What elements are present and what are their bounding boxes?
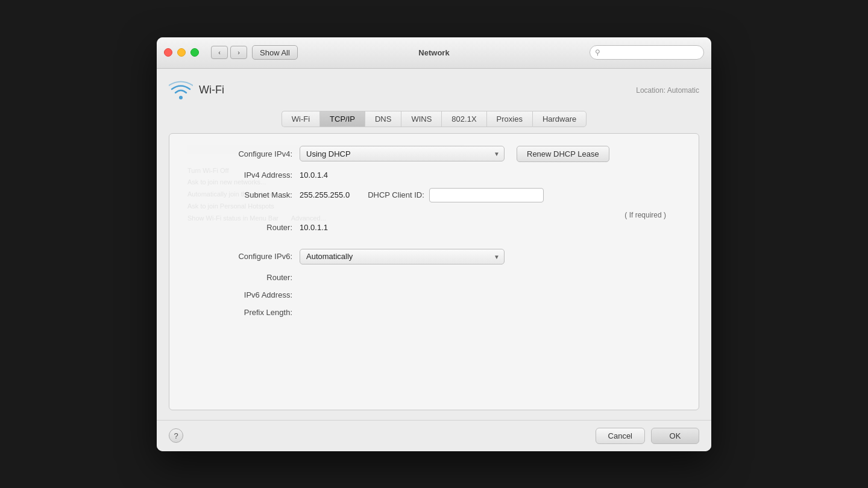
show-all-button[interactable]: Show All [252, 45, 298, 60]
wifi-icon [169, 78, 193, 102]
tab-wins[interactable]: WINS [401, 111, 441, 127]
dhcp-client-id-input[interactable] [429, 188, 544, 202]
location-label: Location: Automatic [636, 86, 699, 95]
wifi-name: Wi-Fi [199, 84, 224, 96]
network-window: ‹ › Show All Network ⚲ Wi-Fi Location: A… [157, 37, 711, 451]
close-button[interactable] [164, 48, 172, 57]
form-section: Configure IPv4: Using DHCP Manually Usin… [184, 146, 684, 317]
configure-ipv4-select[interactable]: Using DHCP Manually Using BOOTP Off Usin… [300, 146, 505, 161]
dhcp-client-id-label: DHCP Client ID: [368, 190, 424, 199]
ipv6-address-row: IPv6 Address: [184, 290, 684, 299]
prefix-length-row: Prefix Length: [184, 308, 684, 317]
ok-button[interactable]: OK [651, 428, 699, 444]
tab-tcpip[interactable]: TCP/IP [319, 111, 365, 127]
svg-point-0 [179, 96, 183, 99]
configure-ipv6-row: Configure IPv6: Automatically Off Manual… [184, 249, 684, 264]
if-required-row: ( If required ) [184, 211, 684, 219]
tab-8021x[interactable]: 802.1X [441, 111, 486, 127]
window-title: Network [418, 48, 449, 57]
search-box[interactable]: ⚲ [590, 45, 704, 60]
configure-ipv6-select-wrapper[interactable]: Automatically Off Manually Link-local on… [300, 249, 505, 264]
if-required-hint: ( If required ) [624, 211, 666, 219]
nav-buttons: ‹ › [211, 46, 247, 59]
router6-row: Router: [184, 273, 684, 282]
configure-ipv4-label: Configure IPv4: [184, 149, 292, 158]
renew-dhcp-button[interactable]: Renew DHCP Lease [517, 146, 609, 162]
ipv4-address-value: 10.0.1.4 [300, 170, 328, 180]
search-icon: ⚲ [595, 48, 600, 57]
forward-button[interactable]: › [230, 46, 247, 59]
titlebar: ‹ › Show All Network ⚲ [157, 37, 711, 69]
subnet-mask-row: Subnet Mask: 255.255.255.0 DHCP Client I… [184, 188, 684, 202]
router-label: Router: [184, 223, 292, 232]
subnet-mask-value: 255.255.255.0 [300, 190, 350, 199]
subnet-mask-label: Subnet Mask: [184, 190, 292, 199]
configure-ipv6-select[interactable]: Automatically Off Manually Link-local on… [300, 249, 505, 264]
ipv6-address-label: IPv6 Address: [184, 290, 292, 299]
location-bar: Wi-Fi Location: Automatic [169, 78, 699, 102]
prefix-length-label: Prefix Length: [184, 308, 292, 317]
maximize-button[interactable] [190, 48, 199, 57]
minimize-button[interactable] [177, 48, 186, 57]
tab-proxies[interactable]: Proxies [486, 111, 532, 127]
router6-label: Router: [184, 273, 292, 282]
help-button[interactable]: ? [169, 428, 183, 443]
configure-ipv6-label: Configure IPv6: [184, 252, 292, 261]
tab-wifi[interactable]: Wi-Fi [281, 111, 319, 127]
router-value: 10.0.1.1 [300, 223, 328, 232]
router-row: Router: 10.0.1.1 [184, 223, 684, 232]
ipv4-address-row: IPv4 Address: 10.0.1.4 [184, 170, 684, 180]
search-input[interactable] [603, 48, 699, 57]
tab-hardware[interactable]: Hardware [532, 111, 587, 127]
tabs-bar: Wi-Fi TCP/IP DNS WINS 802.1X Proxies Har… [169, 111, 699, 127]
configure-ipv4-row: Configure IPv4: Using DHCP Manually Usin… [184, 146, 684, 162]
bottom-bar: ? Cancel OK [157, 420, 711, 451]
traffic-lights [164, 48, 199, 57]
configure-ipv4-select-wrapper[interactable]: Using DHCP Manually Using BOOTP Off Usin… [300, 146, 505, 161]
cancel-button[interactable]: Cancel [596, 428, 645, 444]
tab-dns[interactable]: DNS [365, 111, 401, 127]
main-content: Wi-Fi Location: Automatic Wi-Fi TCP/IP D… [157, 69, 711, 420]
tcpip-panel: Status: Connected Turn Wi-Fi Off Ask to … [169, 133, 699, 410]
back-button[interactable]: ‹ [211, 46, 228, 59]
ipv4-address-label: IPv4 Address: [184, 170, 292, 180]
